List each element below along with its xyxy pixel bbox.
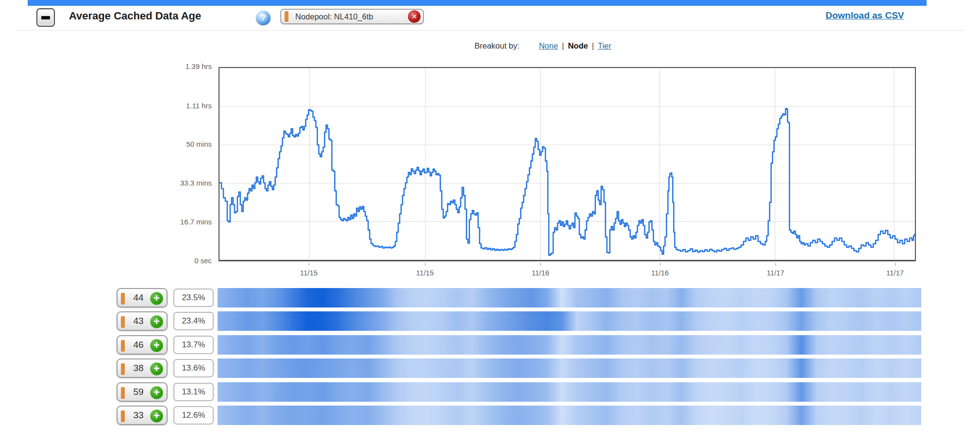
node-id: 43 xyxy=(131,316,146,326)
node-badge: 59 + xyxy=(117,382,168,402)
breakout-option-node: Node xyxy=(568,41,588,51)
data-line xyxy=(220,108,915,255)
heatmap-row: 43 + 23.4% xyxy=(0,311,980,331)
plot-area xyxy=(219,67,916,261)
header-divider xyxy=(15,30,964,31)
breakout-option-tier[interactable]: Tier xyxy=(598,41,611,51)
y-axis-label: 50 mins xyxy=(153,140,212,148)
x-axis-tick xyxy=(425,263,425,266)
panel-accent-bar xyxy=(28,0,927,6)
page-title: Average Cached Data Age xyxy=(69,10,201,22)
x-axis-tick xyxy=(541,263,541,266)
row-percent: 12.6% xyxy=(173,406,214,425)
node-badge: 38 + xyxy=(117,358,168,378)
heatmap-strip xyxy=(218,288,921,307)
node-badge: 43 + xyxy=(117,311,168,331)
x-axis-label: 11/15 xyxy=(287,269,331,277)
node-id: 33 xyxy=(131,410,146,421)
y-axis-label: 1.11 hrs xyxy=(153,102,212,110)
breakout-option-none[interactable]: None xyxy=(539,41,558,51)
x-axis-tick xyxy=(776,263,776,266)
help-icon[interactable]: ? xyxy=(256,11,270,25)
breakout-separator: | xyxy=(592,41,594,51)
row-percent: 23.5% xyxy=(173,289,214,307)
node-badge: 46 + xyxy=(117,335,168,355)
heatmap-row: 38 + 13.6% xyxy=(0,358,980,378)
y-axis-label: 0 sec xyxy=(153,256,212,265)
line-chart-svg xyxy=(220,68,915,260)
x-axis-label: 11/16 xyxy=(638,269,682,277)
plus-icon[interactable]: + xyxy=(150,292,163,305)
row-percent: 13.1% xyxy=(173,383,214,401)
y-axis-label: 16.7 mins xyxy=(153,218,212,226)
x-axis-label: 11/15 xyxy=(403,269,447,277)
filter-chip-label: Nodepool: NL410_6tb xyxy=(295,12,408,21)
badge-accent-bar xyxy=(121,340,125,352)
node-id: 44 xyxy=(131,292,146,303)
collapse-button[interactable] xyxy=(36,8,55,27)
plus-icon[interactable]: + xyxy=(150,362,163,375)
badge-accent-bar xyxy=(121,410,125,422)
plus-icon[interactable]: + xyxy=(150,315,163,328)
plus-icon[interactable]: + xyxy=(150,409,163,423)
row-percent: 13.7% xyxy=(173,336,214,354)
heatmap-strip xyxy=(218,311,921,331)
badge-accent-bar xyxy=(121,387,125,399)
heatmap-row: 59 + 13.1% xyxy=(0,382,980,402)
row-percent: 23.4% xyxy=(173,312,214,330)
remove-filter-icon[interactable]: ✕ xyxy=(408,10,421,23)
x-axis-tick xyxy=(660,263,660,266)
download-csv-link[interactable]: Download as CSV xyxy=(826,10,904,21)
heatmap-strip xyxy=(218,406,921,425)
heatmap-strip xyxy=(218,358,921,378)
plus-icon[interactable]: + xyxy=(150,386,163,399)
minus-icon xyxy=(41,16,50,19)
filter-chip-nodepool[interactable]: Nodepool: NL410_6tb ✕ xyxy=(280,9,424,24)
badge-accent-bar xyxy=(121,363,125,375)
x-axis-tick xyxy=(309,263,309,266)
node-badge: 33 + xyxy=(117,406,168,425)
y-axis-label: 1.39 hrs xyxy=(153,62,212,70)
node-id: 59 xyxy=(131,387,146,397)
node-id: 46 xyxy=(131,340,146,350)
heatmap-row: 33 + 12.6% xyxy=(0,406,980,425)
plus-icon[interactable]: + xyxy=(150,339,163,352)
row-percent: 13.6% xyxy=(173,359,214,377)
badge-accent-bar xyxy=(121,293,125,305)
chip-accent-bar xyxy=(285,11,288,22)
heatmap-row: 46 + 13.7% xyxy=(0,335,980,355)
dashboard-panel: Average Cached Data Age ? Nodepool: NL41… xyxy=(0,0,980,443)
x-axis-label: 11/17 xyxy=(873,269,917,277)
badge-accent-bar xyxy=(121,316,125,328)
heatmap-strip xyxy=(218,335,921,355)
heatmap-strip xyxy=(218,382,921,402)
heatmap-row: 44 + 23.5% xyxy=(0,288,980,307)
x-axis-label: 11/17 xyxy=(754,269,797,277)
y-axis-label: 33.3 mins xyxy=(153,179,212,187)
node-id: 38 xyxy=(131,363,146,374)
breakout-label: Breakout by: xyxy=(474,41,520,51)
x-axis-label: 11/16 xyxy=(519,269,562,277)
node-badge: 44 + xyxy=(117,288,168,307)
breakout-control: Breakout by: None | Node | Tier xyxy=(474,41,611,51)
x-axis-tick xyxy=(895,263,896,266)
breakout-separator: | xyxy=(562,41,564,51)
